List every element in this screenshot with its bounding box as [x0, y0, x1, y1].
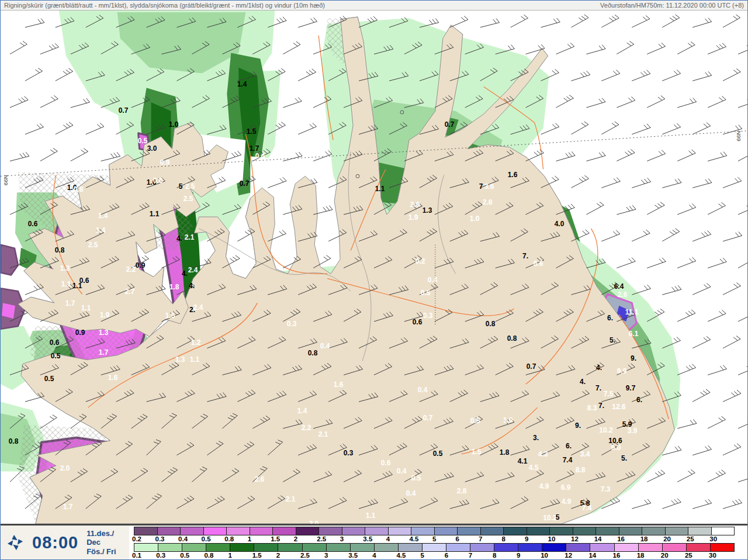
color-step — [686, 543, 711, 552]
color-step-label: 16 — [617, 535, 640, 543]
color-step-label: 9 — [525, 535, 548, 543]
color-step-label: 7 — [479, 535, 502, 543]
color-step-label: 4.5 — [409, 535, 432, 543]
weather-map-canvas: 66N 66N — [1, 11, 747, 524]
color-step — [457, 527, 481, 535]
color-step-label: 3.5 — [348, 552, 372, 559]
color-step-label: 0.5 — [180, 552, 204, 559]
snow-colorbar-labels: 0.20.30.40.50.811.522.533.544.5567891012… — [134, 535, 735, 543]
color-step — [398, 543, 423, 552]
color-step — [590, 543, 614, 552]
color-step — [710, 543, 735, 552]
color-step — [688, 527, 712, 535]
color-step — [296, 527, 320, 535]
color-step — [254, 543, 278, 552]
rain-colorbar — [134, 543, 735, 552]
latitude-label-right: 66N — [735, 130, 742, 141]
forecast-date-line1: 11.des./ Dec — [86, 529, 123, 547]
vedurstofan-logo-icon — [6, 534, 24, 551]
color-step-label: 0.3 — [155, 535, 179, 543]
color-step — [350, 543, 375, 552]
color-step-label: 2.5 — [300, 552, 324, 559]
color-step-label: 1 — [228, 552, 252, 559]
color-step-label: 16 — [613, 552, 637, 559]
color-step-label: 0.8 — [204, 552, 228, 559]
color-step — [250, 527, 273, 535]
color-step-label: 12 — [565, 552, 588, 559]
color-step-label: 3 — [340, 535, 363, 543]
color-step — [480, 527, 504, 535]
color-step — [494, 543, 518, 552]
color-step — [619, 527, 643, 535]
color-step — [134, 543, 158, 552]
color-step — [614, 543, 639, 552]
color-step-label: 0.4 — [178, 535, 202, 543]
model-run-info: Veðurstofan/HM750m: 11.12.2020 00:00 UTC… — [600, 2, 744, 9]
color-step — [566, 543, 590, 552]
color-step — [230, 543, 254, 552]
color-step — [503, 527, 527, 535]
color-step — [157, 527, 181, 535]
color-step-label: 2 — [294, 535, 317, 543]
color-step-label: 2 — [276, 552, 300, 559]
color-step — [549, 527, 573, 535]
rain-scale: 0.10.30.50.811.522.533.544.5567891012141… — [134, 543, 735, 559]
color-step-label: 9 — [517, 552, 541, 559]
forecast-time: 08:00 — [32, 533, 78, 552]
color-step-label: 3 — [324, 552, 348, 559]
color-step-label: 5 — [421, 552, 445, 559]
color-step-label: 4 — [386, 535, 410, 543]
color-step — [411, 527, 435, 535]
forecast-viewer-window: Rigning/skúrir (grænt/blátt/rautt - mm/1… — [0, 0, 748, 560]
color-step-label: 14 — [588, 552, 612, 559]
color-step-label: 8 — [493, 552, 517, 559]
color-step-label: 10 — [548, 535, 572, 543]
color-step — [422, 543, 446, 552]
latitude-label-left: 66N — [2, 175, 9, 185]
color-step-label: 14 — [594, 535, 618, 543]
color-step-label: 0.1 — [132, 552, 156, 559]
color-step — [595, 527, 619, 535]
title-bar: Rigning/skúrir (grænt/blátt/rautt - mm/1… — [1, 1, 747, 11]
color-step — [226, 527, 250, 535]
color-step-label: 18 — [637, 552, 661, 559]
color-step-label: 12 — [571, 535, 594, 543]
color-step-label: 20 — [663, 535, 687, 543]
color-step — [527, 527, 550, 535]
color-step — [180, 527, 204, 535]
color-step — [206, 543, 230, 552]
color-step-label: 1 — [248, 535, 271, 543]
time-panel: 08:00 11.des./ Dec Fös./ Fri — [1, 526, 129, 559]
color-step — [203, 527, 227, 535]
color-step — [134, 527, 158, 535]
color-step-label: 20 — [661, 552, 685, 559]
color-step-label: 25 — [685, 552, 709, 559]
legend-bar: 08:00 11.des./ Dec Fös./ Fri 0.20.30.40.… — [1, 524, 747, 559]
color-step-label: 1.5 — [252, 552, 276, 559]
color-step — [302, 543, 327, 552]
color-step — [278, 543, 302, 552]
color-step-label: 5 — [432, 535, 456, 543]
forecast-date-line2: Fös./ Fri — [86, 547, 123, 556]
color-step — [434, 527, 458, 535]
color-step — [518, 543, 542, 552]
color-step-label: 0.2 — [132, 535, 155, 543]
snow-colorbar — [134, 527, 735, 535]
color-step-label: 4.5 — [396, 552, 420, 559]
color-step — [573, 527, 597, 535]
map-title: Rigning/skúrir (grænt/blátt/rautt - mm/1… — [4, 2, 325, 9]
color-step — [318, 527, 342, 535]
color-step — [665, 527, 689, 535]
color-step — [365, 527, 389, 535]
color-step-label: 10 — [541, 552, 565, 559]
color-step — [326, 543, 351, 552]
color-step-label: 0.8 — [224, 535, 248, 543]
color-step — [711, 527, 735, 535]
color-step — [272, 527, 296, 535]
color-step — [638, 543, 663, 552]
color-step-label: 0.5 — [202, 535, 225, 543]
color-step-label: 1.5 — [271, 535, 294, 543]
snow-scale: 0.20.30.40.50.811.522.533.544.5567891012… — [134, 527, 735, 543]
color-step-label: 30 — [709, 535, 733, 543]
color-step — [446, 543, 470, 552]
